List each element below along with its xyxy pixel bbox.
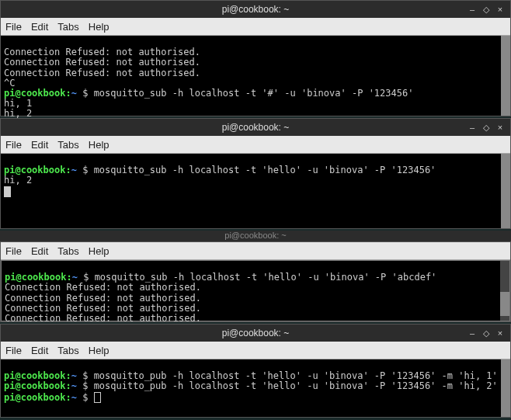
close-icon[interactable]: × bbox=[495, 5, 506, 15]
titlebar[interactable]: pi@cookbook: ~ – ◇ × bbox=[1, 1, 510, 18]
menu-edit[interactable]: Edit bbox=[31, 139, 48, 151]
window-title: pi@cookbook: ~ bbox=[222, 328, 290, 338]
minimize-icon[interactable]: – bbox=[467, 5, 478, 15]
terminal-window-4: pi@cookbook: ~ – ◇ × File Edit Tabs Help… bbox=[0, 324, 511, 418]
maximize-icon[interactable]: ◇ bbox=[481, 123, 492, 133]
scrollbar[interactable] bbox=[501, 36, 510, 116]
prompt-path: ~ bbox=[71, 165, 77, 175]
menu-tabs[interactable]: Tabs bbox=[57, 139, 78, 151]
prompt-path: ~ bbox=[71, 380, 77, 391]
menubar: File Edit Tabs Help bbox=[1, 136, 510, 154]
menu-tabs[interactable]: Tabs bbox=[57, 245, 78, 257]
terminal-output[interactable]: pi@cookbook:~ $ mosquitto_sub -h localho… bbox=[1, 154, 510, 228]
prompt-dollar: $ bbox=[77, 370, 94, 381]
command: mosquitto_sub -h localhost -t 'hello' -u… bbox=[95, 272, 437, 283]
prompt-dollar: $ bbox=[77, 391, 94, 402]
prompt-user: pi@cookbook: bbox=[4, 380, 71, 391]
scrollbar[interactable] bbox=[501, 359, 510, 417]
terminal-window-1: pi@cookbook: ~ – ◇ × File Edit Tabs Help… bbox=[0, 0, 511, 116]
cursor bbox=[94, 392, 101, 403]
menu-edit[interactable]: Edit bbox=[31, 245, 48, 257]
terminal-output[interactable]: pi@cookbook:~ $ mosquitto_sub -h localho… bbox=[1, 260, 510, 321]
terminal-output[interactable]: Connection Refused: not authorised. Conn… bbox=[1, 36, 510, 116]
prompt-path: ~ bbox=[71, 370, 77, 381]
menubar: File Edit Tabs Help bbox=[1, 18, 510, 36]
scrollbar[interactable] bbox=[501, 154, 510, 228]
output-line: ^C bbox=[4, 78, 15, 89]
prompt-dollar: $ bbox=[77, 380, 94, 391]
prompt-user: pi@cookbook: bbox=[4, 370, 71, 381]
titlebar[interactable]: pi@cookbook: ~ – ◇ × bbox=[1, 325, 510, 342]
prompt-dollar: $ bbox=[77, 165, 94, 175]
prompt-path: ~ bbox=[71, 88, 77, 99]
prompt-user: pi@cookbook: bbox=[5, 272, 72, 283]
prompt-dollar: $ bbox=[78, 272, 95, 283]
minimize-icon[interactable]: – bbox=[467, 328, 478, 338]
maximize-icon[interactable]: ◇ bbox=[481, 5, 492, 15]
menu-tabs[interactable]: Tabs bbox=[57, 21, 78, 33]
menu-file[interactable]: File bbox=[5, 139, 22, 151]
output-line: Connection Refused: not authorised. bbox=[5, 293, 201, 304]
output-line: hi, 2 bbox=[4, 175, 32, 186]
maximize-icon[interactable]: ◇ bbox=[481, 328, 492, 338]
menu-tabs[interactable]: Tabs bbox=[57, 345, 78, 356]
command: mosquitto_sub -h localhost -t 'hello' -u… bbox=[94, 165, 436, 175]
close-icon[interactable]: × bbox=[495, 123, 506, 133]
partial-titlebar: pi@cookbook: ~ bbox=[0, 231, 511, 241]
prompt-path: ~ bbox=[71, 391, 77, 402]
window-title: pi@cookbook: ~ bbox=[222, 4, 290, 15]
menu-edit[interactable]: Edit bbox=[31, 21, 48, 33]
prompt-user: pi@cookbook: bbox=[4, 391, 71, 402]
menu-file[interactable]: File bbox=[5, 245, 22, 257]
menu-help[interactable]: Help bbox=[89, 21, 110, 33]
terminal-window-3: File Edit Tabs Help pi@cookbook:~ $ mosq… bbox=[0, 241, 511, 322]
prompt-user: pi@cookbook: bbox=[4, 165, 71, 175]
menu-file[interactable]: File bbox=[5, 21, 22, 33]
menu-help[interactable]: Help bbox=[89, 139, 110, 151]
prompt-path: ~ bbox=[72, 272, 78, 283]
menubar: File Edit Tabs Help bbox=[1, 242, 510, 260]
output-line: Connection Refused: not authorised. bbox=[4, 47, 200, 57]
menu-help[interactable]: Help bbox=[89, 245, 110, 257]
output-line: Connection Refused: not authorised. bbox=[4, 68, 200, 78]
menu-file[interactable]: File bbox=[5, 345, 22, 356]
command: mosquitto_pub -h localhost -t 'hello' -u… bbox=[94, 370, 498, 381]
output-line: Connection Refused: not authorised. bbox=[5, 313, 201, 324]
window-title: pi@cookbook: ~ bbox=[222, 122, 290, 133]
close-icon[interactable]: × bbox=[495, 328, 506, 338]
command: mosquitto_sub -h localhost -t '#' -u 'bi… bbox=[94, 88, 414, 99]
output-line: Connection Refused: not authorised. bbox=[5, 303, 201, 314]
terminal-window-2: pi@cookbook: ~ – ◇ × File Edit Tabs Help… bbox=[0, 118, 511, 229]
scrollbar[interactable] bbox=[500, 261, 509, 321]
cursor bbox=[4, 186, 11, 197]
output-line: Connection Refused: not authorised. bbox=[4, 57, 200, 68]
menubar: File Edit Tabs Help bbox=[1, 342, 510, 359]
menu-edit[interactable]: Edit bbox=[31, 345, 48, 356]
output-line: Connection Refused: not authorised. bbox=[5, 282, 201, 293]
titlebar[interactable]: pi@cookbook: ~ – ◇ × bbox=[1, 119, 510, 136]
prompt-user: pi@cookbook: bbox=[4, 88, 71, 99]
menu-help[interactable]: Help bbox=[89, 345, 110, 356]
minimize-icon[interactable]: – bbox=[467, 123, 478, 133]
terminal-output[interactable]: pi@cookbook:~ $ mosquitto_pub -h localho… bbox=[1, 359, 510, 417]
prompt-dollar: $ bbox=[77, 88, 94, 99]
output-line: hi, 1 bbox=[4, 98, 32, 109]
command: mosquitto_pub -h localhost -t 'hello' -u… bbox=[94, 380, 498, 391]
